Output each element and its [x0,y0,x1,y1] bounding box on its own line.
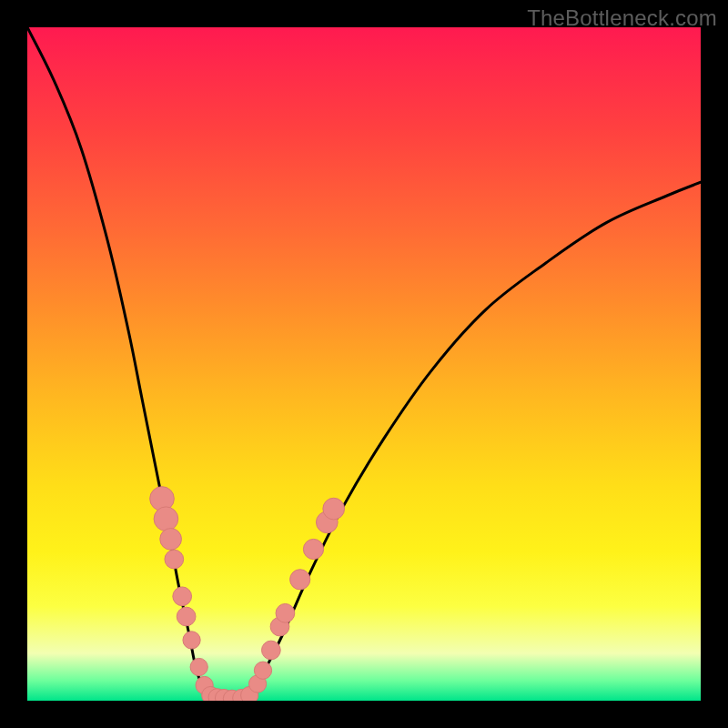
curve-marker [154,507,178,531]
curve-marker [262,641,281,660]
chart-svg [27,27,701,701]
curve-marker [183,632,200,649]
v-curve [27,27,701,701]
curve-marker [190,658,207,675]
curve-marker [276,603,295,622]
curve-marker [254,662,271,679]
curve-marker [323,498,345,520]
curve-marker [173,587,192,606]
outer-frame: TheBottleneck.com [0,0,728,728]
curve-marker [165,550,184,569]
plot-area [27,27,701,701]
curve-marker [303,539,323,559]
curve-marker [160,529,182,551]
curve-marker [177,607,196,626]
curve-marker [290,570,310,590]
